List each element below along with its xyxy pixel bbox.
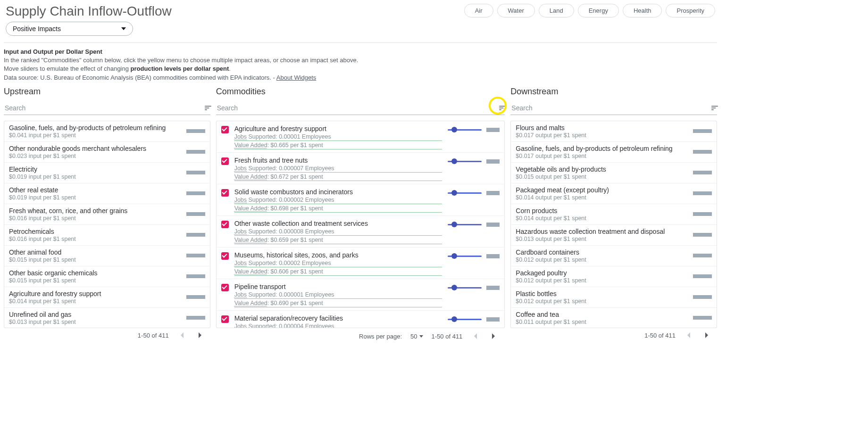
row-checkbox[interactable]	[221, 126, 229, 133]
commodity-row[interactable]: Other waste collection and treatment ser…	[217, 216, 505, 248]
production-slider[interactable]	[448, 192, 482, 194]
list-item[interactable]: Gasoline, fuels, and by-products of petr…	[4, 121, 210, 142]
commodity-row[interactable]: Material separation/recovery facilitiesJ…	[217, 311, 505, 328]
next-page-button[interactable]	[489, 333, 498, 339]
commodity-row[interactable]: Fresh fruits and tree nutsJobs Supported…	[217, 153, 505, 184]
impact-pill-energy[interactable]: Energy	[578, 4, 619, 17]
slider-thumb[interactable]	[451, 190, 457, 196]
production-slider[interactable]	[448, 256, 482, 257]
list-item[interactable]: Gasoline, fuels, and by-products of petr…	[511, 142, 717, 163]
list-item[interactable]: Electricity$0.019 input per $1 spent	[4, 163, 210, 183]
sort-icon[interactable]	[709, 102, 717, 114]
row-checkbox[interactable]	[221, 189, 229, 197]
commodity-row[interactable]: Solid waste combustors and incineratorsJ…	[217, 184, 505, 216]
upstream-search-input[interactable]	[4, 101, 202, 115]
production-slider[interactable]	[448, 319, 482, 320]
jobs-metric: Jobs Supported: 0.000002 Employees	[234, 197, 442, 204]
instructions-line3: Data source: U.S. Bureau of Economic Ana…	[4, 74, 717, 82]
list-item[interactable]: Cardboard containers$0.012 output per $1…	[511, 246, 717, 266]
prev-page-button[interactable]	[177, 332, 187, 339]
impact-pill-air[interactable]: Air	[464, 4, 493, 17]
production-slider[interactable]	[448, 161, 482, 162]
value-bar	[693, 295, 712, 299]
slider-thumb[interactable]	[451, 285, 457, 290]
list-item[interactable]: Other animal food$0.015 input per $1 spe…	[4, 246, 210, 266]
value-bar	[186, 212, 205, 216]
commodity-row[interactable]: Pipeline transportJobs Supported: 0.0000…	[217, 279, 505, 311]
downstream-title: Downstream	[510, 87, 717, 97]
rows-per-page-label: Rows per page:	[359, 333, 402, 340]
commodities-search-input[interactable]	[216, 101, 497, 115]
slider-thumb[interactable]	[451, 127, 457, 132]
list-item[interactable]: Coffee and tea$0.011 output per $1 spent	[511, 308, 717, 328]
list-item[interactable]: Petrochemicals$0.016 input per $1 spent	[4, 225, 210, 246]
commodity-title: Pipeline transport	[234, 283, 442, 290]
row-checkbox[interactable]	[221, 252, 229, 260]
sort-icon[interactable]	[202, 102, 210, 114]
row-title: Other nondurable goods merchant wholesal…	[9, 145, 186, 152]
row-title: Plastic bottles	[516, 290, 693, 297]
sort-icon[interactable]	[496, 102, 505, 114]
value-bar	[186, 150, 205, 154]
row-checkbox[interactable]	[221, 284, 229, 291]
downstream-list[interactable]: Flours and malts$0.017 output per $1 spe…	[510, 121, 717, 328]
slider-thumb[interactable]	[451, 222, 457, 227]
impact-type-select[interactable]: Positive Impacts	[6, 22, 133, 36]
chevron-down-icon	[419, 335, 423, 338]
row-checkbox[interactable]	[221, 315, 229, 323]
upstream-list[interactable]: Gasoline, fuels, and by-products of petr…	[4, 121, 210, 328]
list-item[interactable]: Unrefined oil and gas$0.013 input per $1…	[4, 308, 210, 328]
list-item[interactable]: Other basic organic chemicals$0.015 inpu…	[4, 266, 210, 287]
prev-page-button[interactable]	[471, 333, 480, 339]
list-item[interactable]: Flours and malts$0.017 output per $1 spe…	[511, 121, 717, 142]
jobs-metric: Jobs Supported: 0.000001 Employees	[234, 291, 442, 299]
slider-thumb[interactable]	[451, 158, 457, 164]
commodity-title: Agriculture and forestry support	[234, 125, 442, 132]
list-item[interactable]: Fresh wheat, corn, rice, and other grain…	[4, 204, 210, 225]
commodity-row[interactable]: Museums, historical sites, zoos, and par…	[217, 248, 505, 279]
downstream-search-input[interactable]	[510, 101, 709, 115]
value-bar	[186, 295, 205, 299]
next-page-button[interactable]	[195, 332, 205, 339]
impact-pill-water[interactable]: Water	[497, 4, 535, 17]
list-item[interactable]: Vegetable oils and by-products$0.015 out…	[511, 163, 717, 183]
slider-thumb[interactable]	[451, 253, 457, 259]
production-slider[interactable]	[448, 224, 482, 225]
list-item[interactable]: Hazardous waste collection treatment and…	[511, 225, 717, 246]
list-item[interactable]: Agriculture and forestry support$0.014 i…	[4, 287, 210, 308]
value-added-metric: Value Added: $0.665 per $1 spent	[234, 142, 442, 149]
commodities-list[interactable]: Agriculture and forestry supportJobs Sup…	[216, 121, 505, 328]
value-added-metric: Value Added: $0.606 per $1 spent	[234, 268, 442, 276]
list-item[interactable]: Packaged meat (except poultry)$0.014 out…	[511, 183, 717, 204]
production-slider[interactable]	[448, 129, 482, 131]
next-page-button[interactable]	[702, 332, 711, 339]
list-item[interactable]: Corn products$0.014 output per $1 spent	[511, 204, 717, 225]
commodity-title: Fresh fruits and tree nuts	[234, 157, 442, 164]
list-item[interactable]: Other nondurable goods merchant wholesal…	[4, 142, 210, 163]
commodity-row[interactable]: Agriculture and forestry supportJobs Sup…	[217, 121, 505, 153]
production-slider[interactable]	[448, 287, 482, 289]
prev-page-button[interactable]	[684, 332, 693, 339]
value-bar	[693, 129, 712, 133]
about-widgets-link[interactable]: About Widgets	[276, 74, 317, 81]
list-item[interactable]: Plastic bottles$0.012 output per $1 spen…	[511, 287, 717, 308]
impact-pill-health[interactable]: Health	[623, 4, 662, 17]
row-title: Packaged poultry	[516, 269, 693, 277]
impact-pill-land[interactable]: Land	[539, 4, 574, 17]
impact-pill-prosperity[interactable]: Prosperity	[666, 4, 715, 17]
list-item[interactable]: Packaged poultry$0.012 output per $1 spe…	[511, 266, 717, 287]
rows-per-page-select[interactable]: 50	[410, 333, 423, 340]
row-title: Other animal food	[9, 248, 186, 256]
list-item[interactable]: Other real estate$0.019 input per $1 spe…	[4, 183, 210, 204]
value-bar	[186, 316, 205, 320]
upstream-title: Upstream	[4, 87, 210, 97]
row-checkbox[interactable]	[221, 157, 229, 165]
row-title: Other real estate	[9, 186, 186, 194]
value-bar	[486, 223, 500, 227]
value-bar	[186, 233, 205, 237]
value-bar	[693, 171, 712, 174]
row-checkbox[interactable]	[221, 221, 229, 228]
slider-thumb[interactable]	[451, 316, 457, 322]
downstream-pagination: 1-50 of 411	[510, 328, 717, 343]
commodities-panel: Commodities Agriculture and forestry sup…	[216, 87, 505, 345]
